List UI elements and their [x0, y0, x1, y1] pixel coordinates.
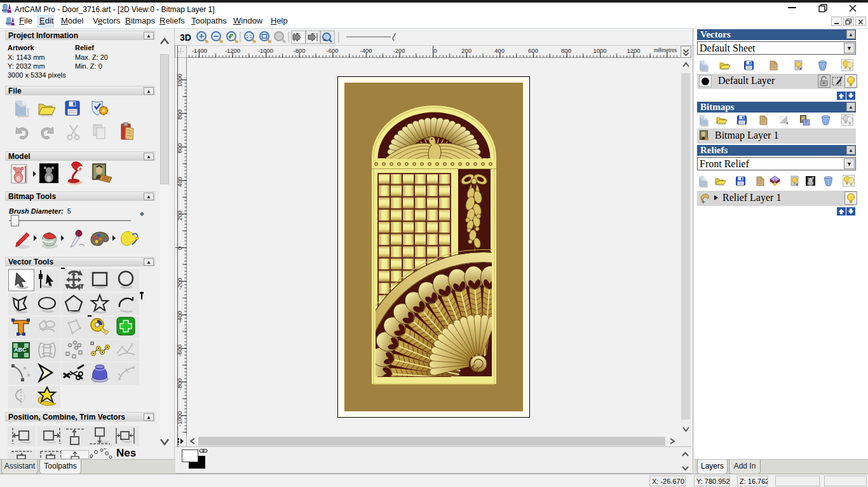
svg-text:ABC: ABC — [14, 346, 27, 353]
svg-text:1:1: 1:1 — [246, 34, 252, 39]
